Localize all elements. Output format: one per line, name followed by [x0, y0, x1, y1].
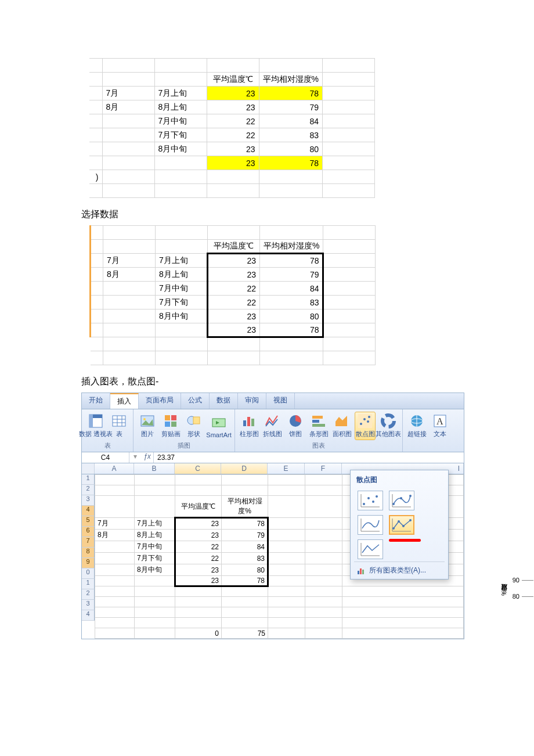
name-box[interactable]: C4	[82, 452, 129, 463]
pivot-table-button[interactable]: 数据 透视表	[85, 412, 106, 440]
table-cell[interactable]	[103, 323, 156, 337]
table-cell[interactable]: 7月	[102, 87, 154, 100]
cell[interactable]: 80	[222, 564, 268, 576]
bar-chart-button[interactable]: 条形图	[308, 412, 329, 440]
scatter-markers-only[interactable]	[358, 491, 383, 510]
table-cell[interactable]: 80	[260, 309, 323, 323]
table-cell[interactable]: 7月中旬	[154, 114, 207, 128]
table-cell[interactable]: 84	[259, 114, 322, 128]
grid-header-temp[interactable]: 平均温度℃	[175, 496, 222, 518]
table-cell[interactable]: 8月上旬	[154, 100, 207, 114]
hyperlink-button[interactable]: 超链接	[406, 412, 427, 440]
cell[interactable]: 79	[222, 530, 268, 541]
cell[interactable]: 84	[222, 541, 268, 553]
cell[interactable]: 8月	[95, 530, 135, 541]
formula-value[interactable]: 23.37	[154, 452, 464, 463]
cell[interactable]: 22	[175, 553, 222, 564]
table-cell[interactable]: 7月	[103, 254, 156, 268]
tab-home[interactable]: 开始	[82, 393, 110, 409]
cell[interactable]	[95, 576, 135, 586]
row-header[interactable]: 4	[82, 506, 95, 516]
table-cell[interactable]: 23	[208, 268, 260, 282]
table-cell[interactable]: 80	[259, 142, 322, 156]
table-cell[interactable]: 78	[260, 323, 323, 337]
table-cell[interactable]: 23	[207, 156, 259, 170]
row-header[interactable]: 8	[82, 548, 95, 558]
table-cell[interactable]: )	[89, 170, 102, 184]
table-cell[interactable]: 8月	[103, 268, 156, 282]
col-header-C[interactable]: C	[175, 463, 221, 474]
row-header[interactable]: 3	[82, 495, 95, 506]
picture-button[interactable]: 图片	[137, 412, 158, 440]
table-cell[interactable]: 7月中旬	[156, 282, 208, 296]
column-chart-button[interactable]: 柱形图	[239, 412, 259, 440]
col-header-B[interactable]: B	[134, 463, 175, 474]
scatter-smooth-markers[interactable]	[389, 491, 414, 510]
cell[interactable]: 7月中旬	[135, 541, 175, 553]
cell[interactable]: 8月中旬	[135, 564, 175, 576]
scatter-chart-button[interactable]: 散点图	[355, 412, 376, 440]
cell[interactable]: 23	[175, 530, 222, 541]
table-cell[interactable]: 8月中旬	[154, 142, 207, 156]
row-header[interactable]: 7	[82, 537, 95, 548]
col-header-F[interactable]: F	[305, 463, 342, 474]
line-chart-button[interactable]: 折线图	[262, 412, 283, 440]
table-cell[interactable]: 22	[207, 114, 259, 128]
table-cell[interactable]: 23	[207, 87, 259, 100]
cell[interactable]: 23	[175, 564, 222, 576]
table-cell[interactable]: 23	[207, 142, 259, 156]
tab-data[interactable]: 数据	[210, 393, 238, 409]
table-cell[interactable]	[156, 323, 208, 337]
table-cell[interactable]: 78	[259, 87, 322, 100]
tab-insert[interactable]: 插入	[110, 393, 139, 409]
cell[interactable]: 75	[222, 628, 268, 639]
row-header[interactable]: 5	[82, 516, 95, 527]
table-cell[interactable]	[102, 128, 154, 142]
table-cell[interactable]: 79	[260, 268, 323, 282]
cell[interactable]	[95, 564, 135, 576]
cell[interactable]: 78	[222, 518, 268, 530]
cell[interactable]: 22	[175, 541, 222, 553]
other-charts-button[interactable]: 其他图表	[378, 412, 399, 440]
table-cell[interactable]: 22	[208, 282, 260, 296]
tab-formulas[interactable]: 公式	[181, 393, 210, 409]
table-cell[interactable]: 8月中旬	[156, 309, 208, 323]
smartart-button[interactable]: SmartArt	[207, 413, 231, 440]
table-cell[interactable]: 22	[208, 296, 260, 309]
scatter-straight-lines[interactable]	[358, 539, 383, 559]
row-header[interactable]: 2	[82, 485, 95, 495]
cell[interactable]: 7月下旬	[135, 553, 175, 564]
tab-page-layout[interactable]: 页面布局	[139, 393, 181, 409]
table-cell[interactable]: 7月上旬	[154, 87, 207, 100]
textbox-button[interactable]: A 文本	[430, 412, 450, 440]
shapes-button[interactable]: 形状	[183, 412, 204, 440]
tab-review[interactable]: 审阅	[238, 393, 266, 409]
col-header-E[interactable]: E	[268, 463, 305, 474]
row-header[interactable]: 9	[82, 558, 95, 568]
table-cell[interactable]	[103, 309, 156, 323]
col-header-D[interactable]: D	[221, 463, 268, 474]
cell[interactable]	[95, 553, 135, 564]
table-cell[interactable]: 7月下旬	[154, 128, 207, 142]
pie-chart-button[interactable]: 饼图	[285, 412, 306, 440]
cell[interactable]: 8月上旬	[135, 530, 175, 541]
table-cell[interactable]: 23	[207, 100, 259, 114]
table-cell[interactable]: 84	[260, 282, 323, 296]
table-cell[interactable]: 23	[208, 254, 260, 268]
cell[interactable]: 78	[222, 576, 268, 586]
col-header-A[interactable]: A	[95, 463, 134, 474]
cell[interactable]: 23	[175, 518, 222, 530]
row-header[interactable]: 1	[82, 474, 95, 485]
all-chart-types-link[interactable]: 所有图表类型(A)...	[354, 561, 445, 577]
table-cell[interactable]: 79	[259, 100, 322, 114]
cell[interactable]	[135, 576, 175, 586]
cell[interactable]: 0	[175, 628, 222, 639]
table-cell[interactable]	[102, 114, 154, 128]
cell[interactable]: 7月上旬	[135, 518, 175, 530]
row-header[interactable]: 4	[82, 610, 95, 621]
table-cell[interactable]: 78	[260, 254, 323, 268]
table-cell[interactable]	[103, 296, 156, 309]
table-cell[interactable]: 23	[208, 323, 260, 337]
table-cell[interactable]: 83	[259, 128, 322, 142]
row-header[interactable]: 0	[82, 568, 95, 579]
